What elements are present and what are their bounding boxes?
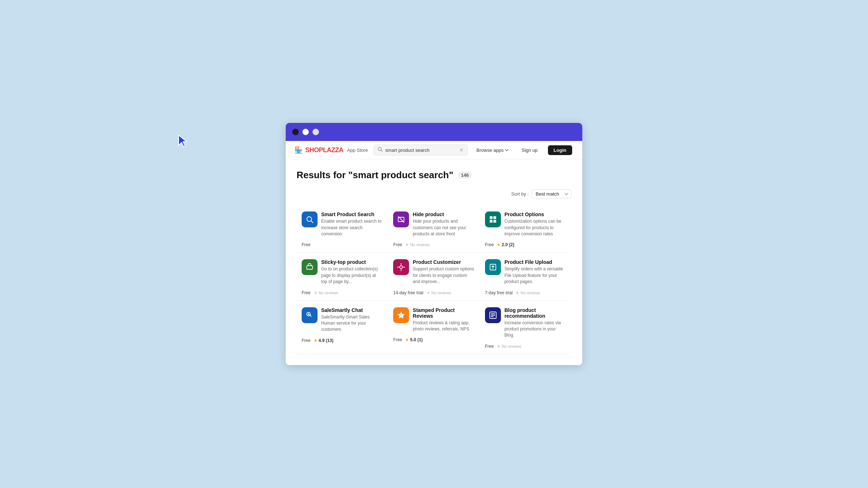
app-name: Smart Product Search [321, 211, 383, 217]
no-reviews-label: No reviews [319, 291, 338, 295]
search-icon [378, 147, 383, 153]
svg-rect-9 [493, 220, 496, 223]
app-meta: Free [302, 242, 383, 247]
svg-line-1 [381, 150, 383, 152]
app-info: Product File Upload Simplify orders with… [505, 259, 566, 285]
app-desc: Product reviews & rating app, photo revi… [413, 320, 475, 333]
app-price: Free [302, 290, 311, 295]
app-info: Stamped Product Reviews Product reviews … [413, 307, 475, 333]
results-count: 146 [458, 171, 472, 179]
app-name: Stamped Product Reviews [413, 307, 475, 319]
browser-dot-minimize[interactable] [302, 129, 309, 135]
app-name: Hide product [413, 211, 475, 217]
app-info: Smart Product Search Enable smart produc… [321, 211, 383, 237]
cursor-icon [177, 134, 190, 150]
app-card[interactable]: Product Options Customization options ca… [480, 205, 571, 253]
app-desc: Go to on product collection(s) page to d… [321, 266, 383, 285]
signup-button[interactable]: Sign up [517, 145, 542, 155]
apps-grid: Smart Product Search Enable smart produc… [297, 205, 571, 354]
app-card[interactable]: Hide product Hide your products and cust… [388, 205, 480, 253]
signup-label: Sign up [522, 147, 537, 153]
star-icon: ★ [314, 338, 318, 343]
app-info: Sticky-top product Go to on product coll… [321, 259, 383, 285]
app-rating: ★ No reviews [314, 290, 338, 295]
app-icon [393, 211, 409, 227]
app-price: Free [485, 344, 494, 349]
rating-value: 2.0 (2) [502, 242, 514, 247]
app-icon [302, 259, 318, 275]
app-rating: ★ 5.0 (1) [405, 337, 423, 342]
app-desc: Enable smart product search to increase … [321, 218, 383, 237]
app-desc: Customization options can be configured … [505, 218, 566, 237]
search-input[interactable] [385, 147, 457, 153]
app-meta: Free ★ 2.0 (2) [485, 242, 566, 247]
app-store-page: 🏪 SHOPLAZZA App Store ✕ Browse apps [286, 141, 582, 365]
app-name: Product Options [505, 211, 566, 217]
no-reviews-label: No reviews [502, 344, 521, 348]
sort-label: Sort by : [511, 191, 529, 197]
app-price: Free [393, 242, 402, 247]
app-price: 14-day free trial [393, 290, 423, 295]
login-button[interactable]: Login [548, 145, 572, 155]
browser-window: 🏪 SHOPLAZZA App Store ✕ Browse apps [286, 123, 582, 365]
app-card[interactable]: Product File Upload Simplify orders with… [480, 253, 571, 300]
app-price: Free [393, 337, 402, 342]
app-desc: Simplify orders with a versatile File Up… [505, 266, 566, 285]
sort-bar: Sort by : Best match Most popular Newest [297, 189, 571, 198]
sort-select[interactable]: Best match Most popular Newest [532, 189, 571, 198]
browse-apps-label: Browse apps [476, 147, 503, 153]
rating-value: 4.9 (13) [319, 338, 333, 343]
no-reviews-label: No reviews [410, 243, 430, 247]
star-icon: ★ [515, 290, 519, 295]
svg-rect-7 [493, 216, 496, 219]
svg-rect-10 [307, 266, 312, 269]
search-bar[interactable]: ✕ [374, 145, 468, 155]
app-meta: Free ★ No reviews [485, 344, 566, 349]
app-card[interactable]: SaleSmartly Chat SaleSmartly-Smart Sales… [297, 301, 388, 354]
app-icon [485, 307, 501, 323]
app-desc: SaleSmartly-Smart Sales Human service fo… [321, 314, 383, 333]
browser-dot-maximize[interactable] [312, 129, 319, 135]
clear-search-icon[interactable]: ✕ [459, 147, 464, 153]
no-reviews-label: No reviews [431, 291, 451, 295]
browser-titlebar [286, 123, 582, 141]
app-card[interactable]: Sticky-top product Go to on product coll… [297, 253, 388, 300]
app-info: Blog product recommendation Increase con… [505, 307, 566, 339]
app-info: Product Customizer Support product custo… [413, 259, 475, 285]
app-card[interactable]: Blog product recommendation Increase con… [480, 301, 571, 354]
logo-icon: 🏪 [294, 146, 302, 154]
app-card[interactable]: Smart Product Search Enable smart produc… [297, 205, 388, 253]
results-title: Results for "smart product search" [297, 170, 454, 181]
app-rating: ★ No reviews [426, 290, 451, 295]
results-header: Results for "smart product search" 146 [297, 170, 571, 181]
app-icon [485, 259, 501, 275]
app-icon [393, 259, 409, 275]
star-icon: ★ [314, 290, 318, 295]
login-label: Login [554, 147, 566, 153]
browse-apps-button[interactable]: Browse apps [473, 146, 511, 155]
app-meta: 7-day free trial ★ No reviews [485, 290, 566, 295]
star-icon: ★ [497, 344, 501, 349]
browser-dot-close[interactable] [292, 129, 299, 135]
app-meta: 14-day free trial ★ No reviews [393, 290, 475, 295]
app-rating: ★ No reviews [515, 290, 540, 295]
app-price: Free [302, 242, 311, 247]
app-name: SaleSmartly Chat [321, 307, 383, 313]
star-icon: ★ [405, 242, 409, 247]
app-meta: Free ★ 5.0 (1) [393, 337, 475, 342]
star-icon: ★ [426, 290, 430, 295]
app-price: Free [485, 242, 494, 247]
app-rating: ★ No reviews [405, 242, 430, 247]
app-card[interactable]: Stamped Product Reviews Product reviews … [388, 301, 480, 354]
chevron-down-icon [505, 149, 509, 151]
app-name: Product File Upload [505, 259, 566, 265]
app-icon [302, 211, 318, 227]
star-icon: ★ [405, 337, 409, 342]
logo-area[interactable]: 🏪 SHOPLAZZA App Store [294, 146, 368, 154]
cursor-position [177, 134, 190, 151]
app-icon [485, 211, 501, 227]
app-price: 7-day free trial [485, 290, 513, 295]
app-card[interactable]: Product Customizer Support product custo… [388, 253, 480, 300]
no-reviews-label: No reviews [520, 291, 540, 295]
app-rating: ★ No reviews [497, 344, 521, 349]
